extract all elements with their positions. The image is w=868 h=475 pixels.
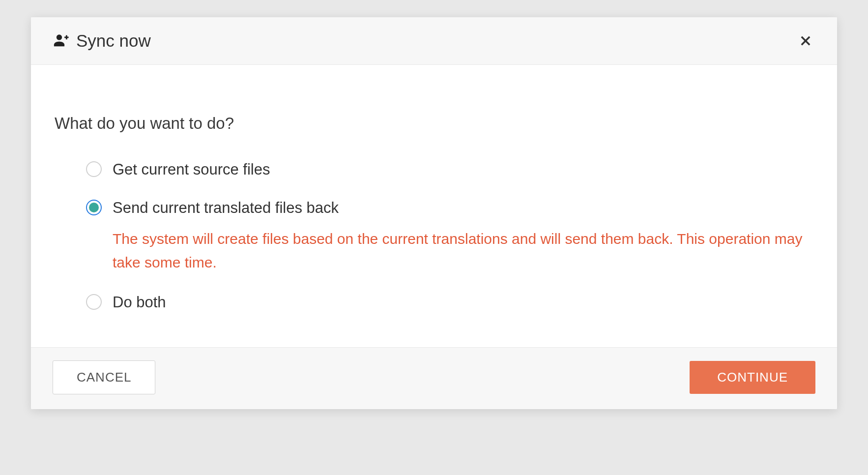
radio-send-translated[interactable] xyxy=(86,200,102,215)
radio-do-both[interactable] xyxy=(86,294,102,310)
dialog-header: Sync now xyxy=(31,17,837,65)
option-do-both[interactable]: Do both xyxy=(86,292,813,313)
option-label: Send current translated files back xyxy=(113,198,813,218)
dialog-title-wrap: Sync now xyxy=(53,31,151,51)
option-get-source[interactable]: Get current source files xyxy=(86,159,813,180)
option-description: The system will create files based on th… xyxy=(113,227,813,274)
person-add-icon xyxy=(53,32,69,49)
dialog-body: What do you want to do? Get current sour… xyxy=(31,65,837,347)
option-send-translated[interactable]: Send current translated files back The s… xyxy=(86,198,813,274)
radio-get-source[interactable] xyxy=(86,161,102,177)
cancel-button[interactable]: CANCEL xyxy=(53,360,155,394)
close-button[interactable] xyxy=(796,31,815,51)
prompt-text: What do you want to do? xyxy=(55,114,813,133)
option-label: Get current source files xyxy=(113,159,813,180)
dialog-title: Sync now xyxy=(76,31,151,51)
sync-dialog: Sync now What do you want to do? Get cur… xyxy=(31,17,837,409)
option-label: Do both xyxy=(113,292,813,313)
svg-point-0 xyxy=(57,34,62,40)
dialog-footer: CANCEL CONTINUE xyxy=(31,347,837,409)
options-group: Get current source files Send current tr… xyxy=(55,159,813,313)
svg-rect-2 xyxy=(66,35,67,40)
continue-button[interactable]: CONTINUE xyxy=(690,361,815,394)
close-icon xyxy=(799,34,812,48)
